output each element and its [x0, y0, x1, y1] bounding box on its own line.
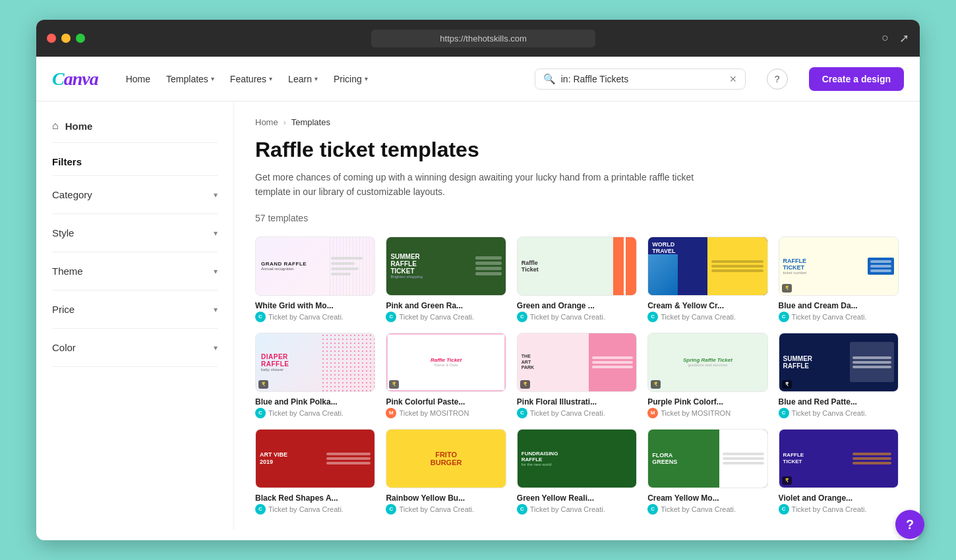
template-creator: C Ticket by Canva Creati.	[386, 504, 506, 515]
search-input[interactable]	[561, 74, 724, 84]
template-name: Black Red Shapes A...	[255, 493, 375, 503]
template-thumb: ART VIBE2019	[255, 429, 375, 488]
maximize-button[interactable]	[76, 34, 85, 43]
premium-badge: ₹	[782, 476, 792, 485]
clear-search-icon[interactable]: ✕	[729, 74, 737, 84]
template-name: Blue and Cream Da...	[779, 301, 899, 310]
features-chevron-icon: ▾	[269, 75, 272, 82]
template-thumb: RAFFLETICKET ticket number ₹	[779, 237, 899, 296]
nav-templates[interactable]: Templates ▾	[160, 70, 221, 88]
filter-style[interactable]: Style ▾	[36, 217, 233, 249]
url-display[interactable]: https://thehotskills.com	[371, 30, 595, 47]
template-creator: C Ticket by Canva Creati.	[386, 312, 506, 322]
minimize-button[interactable]	[61, 34, 71, 43]
templates-count: 57 templates	[255, 213, 899, 223]
template-creator: C Ticket by Canva Creati.	[779, 408, 899, 418]
template-thumb: RaffleTicket	[517, 237, 637, 296]
template-card[interactable]: FLORAGREENS Cream Yellow Mo...	[647, 429, 767, 515]
premium-badge: ₹	[258, 380, 268, 389]
template-creator: C Ticket by Canva Creati.	[255, 504, 375, 515]
template-creator: C Ticket by Canva Creati.	[779, 312, 899, 322]
template-name: Violet and Orange...	[779, 493, 899, 503]
template-card[interactable]: Spring Raffle Ticket guidance and servic…	[647, 333, 767, 418]
filter-color[interactable]: Color ▾	[36, 331, 233, 364]
template-thumb: FRITOBURGER	[386, 429, 506, 488]
template-creator: C Ticket by Canva Creati.	[517, 312, 637, 322]
nav-pricing[interactable]: Pricing ▾	[327, 70, 374, 88]
template-creator: C Ticket by Canva Creati.	[517, 408, 637, 418]
close-button[interactable]	[47, 34, 56, 43]
template-card[interactable]: Grand Raffle Annual recognition Wh	[255, 237, 375, 322]
template-name: Rainbow Yellow Bu...	[386, 493, 506, 503]
search-icon: 🔍	[543, 73, 556, 85]
learn-chevron-icon: ▾	[314, 75, 318, 82]
content-area: Home › Templates Raffle ticket templates…	[234, 101, 920, 530]
template-grid-row2: DIAPERRAFFLE baby shower ₹ Blue and Pink…	[255, 333, 899, 418]
style-chevron-icon: ▾	[214, 229, 218, 238]
traffic-lights	[47, 34, 85, 43]
template-card[interactable]: RAFFLETICKET ticket number ₹	[779, 237, 899, 322]
filter-price[interactable]: Price ▾	[36, 293, 233, 325]
template-name: Pink Floral Illustrati...	[517, 397, 637, 406]
template-thumb: RAFFLETICKET ₹	[779, 429, 899, 488]
template-card[interactable]: FUNDRAISINGRAFFLE for the new world Gree…	[517, 429, 637, 515]
sidebar-divider-3	[52, 213, 218, 214]
nav-learn[interactable]: Learn ▾	[282, 70, 324, 88]
floating-help-button[interactable]: ?	[895, 510, 924, 539]
fullscreen-icon[interactable]: ➚	[899, 31, 909, 45]
template-grid-row3: ART VIBE2019 Black Red Shapes A...	[255, 429, 899, 515]
template-creator: C Ticket by Canva Creati.	[517, 504, 637, 515]
main-layout: ⌂ Home Filters Category ▾ Style ▾ Theme	[36, 101, 920, 530]
nav-home[interactable]: Home	[119, 70, 157, 88]
breadcrumb: Home › Templates	[255, 117, 899, 127]
template-thumb: SUMMERRAFFLETICKET Brighton shopping	[386, 237, 506, 296]
breadcrumb-home-link[interactable]: Home	[255, 117, 278, 127]
template-creator: C Ticket by Canva Creati.	[779, 504, 899, 515]
sidebar-divider	[52, 142, 218, 143]
template-thumb: Raffle Ticket Name & Date ₹	[386, 333, 506, 392]
template-name: Pink and Green Ra...	[386, 301, 506, 310]
template-thumb: Grand Raffle Annual recognition	[255, 237, 375, 296]
filter-category[interactable]: Category ▾	[36, 179, 233, 211]
browser-actions: ○ ➚	[881, 31, 909, 45]
browser-window: https://thehotskills.com ○ ➚ Canva Home …	[36, 20, 920, 540]
template-card[interactable]: FRITOBURGER Rainbow Yellow Bu... C Ticke…	[386, 429, 506, 515]
template-card[interactable]: WORLDTRAVEL Cream & Yellow Cr...	[647, 237, 767, 322]
template-card[interactable]: RaffleTicket Green and Orange ...	[517, 237, 637, 322]
premium-badge: ₹	[782, 284, 792, 293]
template-card[interactable]: THEARTPARK ₹ Pink Floral Illustrati...	[517, 333, 637, 418]
template-name: Blue and Red Patte...	[779, 397, 899, 406]
template-card[interactable]: Raffle Ticket Name & Date ₹ Pink Colorfu…	[386, 333, 506, 418]
template-creator: C Ticket by Canva Creati.	[255, 408, 375, 418]
address-bar: https://thehotskills.com	[93, 30, 874, 47]
create-design-button[interactable]: Create a design	[809, 67, 904, 91]
canva-logo[interactable]: Canva	[52, 69, 98, 90]
breadcrumb-templates: Templates	[291, 117, 330, 127]
template-card[interactable]: SUMMERRAFFLETICKET Brighton shopping	[386, 237, 506, 322]
pricing-chevron-icon: ▾	[365, 75, 368, 82]
template-name: Green Yellow Reali...	[517, 493, 637, 503]
template-thumb: Spring Raffle Ticket guidance and servic…	[647, 333, 767, 392]
help-button[interactable]: ?	[767, 69, 788, 90]
template-thumb: DIAPERRAFFLE baby shower ₹	[255, 333, 375, 392]
nav-features[interactable]: Features ▾	[224, 70, 279, 88]
template-name: Cream Yellow Mo...	[647, 493, 767, 503]
top-nav: Canva Home Templates ▾ Features ▾ Learn …	[36, 57, 920, 101]
filters-heading: Filters	[36, 146, 233, 173]
template-card[interactable]: SUMMERRAFFLE ₹ Blue and Red Patte...	[779, 333, 899, 418]
template-card[interactable]: RAFFLETICKET ₹ Violet and Orange...	[779, 429, 899, 515]
sidebar-divider-7	[52, 366, 218, 367]
home-icon: ⌂	[52, 120, 59, 132]
premium-badge: ₹	[520, 380, 530, 389]
search-browser-icon[interactable]: ○	[881, 31, 889, 45]
template-card[interactable]: DIAPERRAFFLE baby shower ₹ Blue and Pink…	[255, 333, 375, 418]
template-thumb: SUMMERRAFFLE ₹	[779, 333, 899, 392]
templates-chevron-icon: ▾	[211, 75, 214, 82]
template-card[interactable]: ART VIBE2019 Black Red Shapes A...	[255, 429, 375, 515]
sidebar-home-item[interactable]: ⌂ Home	[36, 112, 233, 140]
template-name: White Grid with Mo...	[255, 301, 375, 310]
filter-theme[interactable]: Theme ▾	[36, 255, 233, 287]
sidebar-divider-6	[52, 328, 218, 329]
nav-links: Home Templates ▾ Features ▾ Learn ▾ Pric…	[119, 70, 374, 88]
template-name: Blue and Pink Polka...	[255, 397, 375, 406]
